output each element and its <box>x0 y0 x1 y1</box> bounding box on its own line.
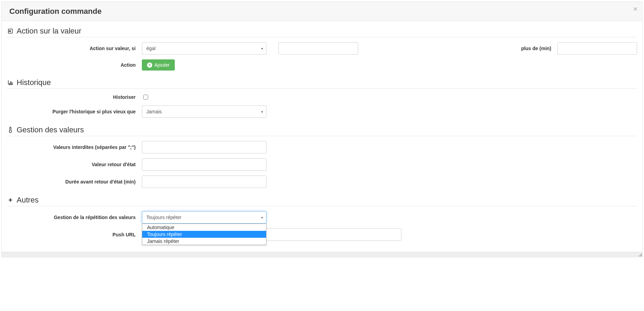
row-repetition: Gestion de la répétition des valeurs Tou… <box>7 211 637 224</box>
label-push-url: Push URL <box>7 232 142 237</box>
label-interdites: Valeurs interdites (séparées par ";") <box>7 144 142 150</box>
section-action-value: Action sur la valeur <box>7 24 637 37</box>
select-purger[interactable]: Jamais <box>142 105 266 118</box>
select-action-si[interactable]: égal <box>142 42 266 55</box>
row-duree: Durée avant retour d'état (min) <box>7 176 637 188</box>
section-history: Historique <box>7 75 637 89</box>
section-title-text: Action sur la valeur <box>17 27 81 36</box>
label-purger: Purger l'historique si plus vieux que <box>7 109 142 114</box>
modal-body: Action sur la valeur Action sur valeur, … <box>2 21 642 256</box>
add-button-label: Ajouter <box>154 62 170 68</box>
row-retour: Valeur retour d'état <box>7 158 637 171</box>
select-repetition[interactable]: Toujours répéter <box>142 211 266 224</box>
plus-circle-icon: + <box>147 63 152 68</box>
dropdown-option[interactable]: Automatique <box>142 224 266 231</box>
dropdown-option[interactable]: Jamais répéter <box>142 238 266 245</box>
label-duree: Durée avant retour d'état (min) <box>7 179 142 185</box>
label-repetition: Gestion de la répétition des valeurs <box>7 215 142 220</box>
input-retour[interactable] <box>142 158 266 171</box>
label-plus-de: plus de (min) <box>495 46 557 51</box>
section-title-text: Gestion des valeurs <box>17 125 84 134</box>
row-purger: Purger l'historique si plus vieux que Ja… <box>7 105 637 118</box>
modal-title: Configuration commande <box>9 7 101 16</box>
add-button[interactable]: + Ajouter <box>142 59 175 70</box>
close-icon[interactable]: × <box>633 5 637 13</box>
modal-header: Configuration commande × <box>2 2 642 21</box>
dropdown-option[interactable]: Toujours répéter <box>142 231 266 238</box>
section-values: Gestion des valeurs <box>7 123 637 136</box>
input-interdites[interactable] <box>142 141 266 153</box>
section-title-text: Historique <box>17 78 51 87</box>
row-push-url: Push URL <box>7 228 637 241</box>
label-retour: Valeur retour d'état <box>7 162 142 167</box>
resize-bar[interactable] <box>2 252 642 257</box>
label-historiser: Historiser <box>7 94 142 100</box>
dropdown-repetition: Automatique Toujours répéter Jamais répé… <box>142 224 266 245</box>
thermometer-icon <box>7 126 14 133</box>
row-historiser: Historiser <box>7 94 637 101</box>
label-action: Action <box>7 62 142 68</box>
label-action-si: Action sur valeur, si <box>7 46 142 51</box>
row-action-si: Action sur valeur, si égal plus de (min) <box>7 42 637 55</box>
input-action-value[interactable] <box>279 42 358 55</box>
input-duree[interactable] <box>142 176 266 188</box>
input-plus-de[interactable] <box>557 42 637 55</box>
row-interdites: Valeurs interdites (séparées par ";") <box>7 141 637 153</box>
checkbox-historiser[interactable] <box>143 95 148 100</box>
section-title-text: Autres <box>17 196 39 205</box>
bar-chart-icon <box>7 79 14 86</box>
sign-out-icon <box>7 28 14 34</box>
plus-icon: + <box>7 196 14 204</box>
section-autres: + Autres <box>7 193 637 206</box>
modal: Configuration commande × Action sur la v… <box>1 1 643 257</box>
row-action: Action + Ajouter <box>7 59 637 70</box>
